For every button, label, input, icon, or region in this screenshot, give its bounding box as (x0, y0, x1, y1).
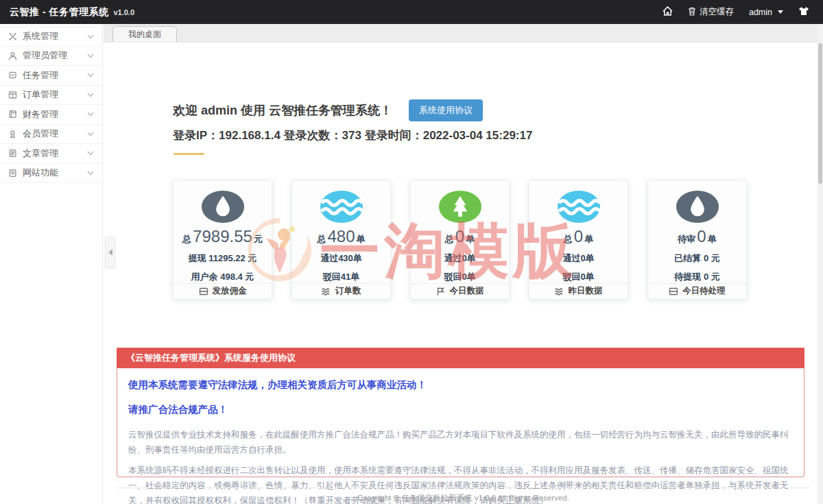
sidebar-item-admin[interactable]: 管理员管理 (0, 47, 102, 67)
article-doc-icon (8, 149, 17, 158)
sidebar-item-label: 会员管理 (23, 128, 58, 140)
sidebar-item-label: 订单管理 (23, 88, 58, 101)
chevron-down-icon (87, 93, 94, 97)
sidebar-item-label: 文章管理 (23, 147, 58, 160)
finance-book-icon (8, 110, 17, 119)
chevron-down-icon (87, 112, 94, 117)
stat-line: 已结算 0 元 (674, 252, 719, 265)
stat-line: 提现 11295.22 元 (189, 252, 257, 265)
footer-divider (117, 488, 809, 488)
tools-icon (8, 32, 17, 41)
stat-total: 总480单 (317, 227, 365, 246)
chevron-down-icon (87, 151, 94, 156)
highlight-underline (174, 153, 204, 155)
username: admin (749, 8, 772, 17)
main-area: 我的桌面 欢迎 admin 使用 云智推任务管理系统！ 系统使用协议 登录IP：… (104, 24, 823, 504)
chevron-down-icon (87, 73, 94, 77)
agreement-box: 使用本系统需要遵守法律法规，办理相关资质后方可从事商业活动！ 请推广合法合规产品… (117, 368, 804, 477)
copyright-text: Copyright © 任务提交版拉新系统 v1.0.0 All Rights … (104, 493, 823, 503)
user-menu[interactable]: admin (749, 8, 783, 17)
stat-line: 通过0单 (444, 252, 475, 265)
scrollbar-thumb[interactable] (818, 43, 822, 184)
sidebar-collapse-handle[interactable] (105, 237, 115, 268)
sidebar-item-finance[interactable]: 财务管理 (0, 105, 102, 125)
shirt-icon (798, 6, 809, 18)
chevron-down-icon (87, 132, 94, 136)
trash-icon (688, 7, 696, 18)
tab-bar: 我的桌面 (104, 24, 823, 43)
task-icon (8, 71, 17, 80)
app-title: 云智推 - 任务管理系统 (10, 6, 108, 19)
calendar-icon (199, 287, 208, 296)
chevron-down-icon (778, 10, 783, 14)
stat-cards: 总7989.55元 提现 11295.22 元 用户余 498.4 元 发放佣金… (173, 180, 747, 300)
card-footer: 昨日数据 (529, 283, 628, 300)
order-grid-icon (8, 91, 17, 99)
login-info: 登录IP：192.168.1.4 登录次数：373 登录时间：2022-03-0… (173, 128, 532, 143)
card-footer: 订单数 (292, 283, 390, 300)
agreement-line: 使用本系统需要遵守法律法规，办理相关资质后方可从事商业活动！ (128, 379, 793, 392)
stat-line: 待提现 0 元 (674, 271, 719, 283)
sidebar-item-label: 财务管理 (23, 108, 58, 121)
chevron-down-icon (87, 34, 94, 39)
stat-line: 通过0单 (562, 252, 594, 265)
theme-button[interactable] (798, 6, 809, 18)
app-version: v1.0.0 (113, 8, 134, 16)
member-badge-icon (8, 130, 17, 139)
stat-card-today: 总0单 通过0单 驳回0单 今日数据 (410, 180, 510, 300)
chevron-down-icon (87, 171, 94, 176)
waves-icon (555, 287, 564, 296)
card-footer: 发放佣金 (174, 283, 272, 300)
tab-my-desktop[interactable]: 我的桌面 (112, 26, 177, 42)
stat-total: 待审0单 (678, 227, 716, 246)
system-agreement-button[interactable]: 系统使用协议 (409, 99, 483, 121)
chevron-left-icon (108, 249, 112, 256)
stat-card-yesterday: 总0单 通过0单 驳回0单 昨日数据 (529, 180, 628, 300)
home-button[interactable] (663, 6, 673, 18)
stat-line: 驳回41单 (323, 271, 359, 283)
sidebar-item-system[interactable]: 系统管理 (0, 27, 102, 47)
stat-line: 通过430单 (320, 252, 362, 265)
water-drop-icon (202, 191, 244, 223)
card-footer: 今日数据 (411, 283, 509, 300)
waves-icon (322, 287, 331, 296)
sidebar-item-label: 管理员管理 (23, 49, 67, 62)
card-footer: 今日待处理 (648, 283, 746, 300)
stat-line: 驳回0单 (444, 271, 475, 283)
sidebar-item-label: 任务管理 (23, 69, 58, 82)
stat-card-pending: 待审0单 已结算 0 元 待提现 0 元 今日待处理 (647, 180, 747, 300)
stat-card-orders: 总480单 通过430单 驳回41单 订单数 (291, 180, 391, 300)
water-drop-icon (676, 191, 719, 223)
sidebar-item-member[interactable]: 会员管理 (0, 125, 102, 145)
sidebar-item-order[interactable]: 订单管理 (0, 86, 102, 106)
sidebar-item-website[interactable]: 网站功能 (0, 164, 102, 184)
stat-line: 驳回0单 (562, 271, 594, 283)
stat-line: 用户余 498.4 元 (191, 271, 254, 283)
clear-cache-label: 清空缓存 (700, 6, 734, 18)
agreement-line: 请推广合法合规产品！ (128, 403, 793, 416)
waves-icon (320, 191, 363, 223)
site-doc-icon (8, 169, 17, 178)
agreement-banner: 《云智推任务管理系统》系统服务使用协议 (117, 348, 804, 368)
home-icon (663, 6, 673, 18)
clear-cache-button[interactable]: 清空缓存 (688, 6, 734, 18)
content-panel: 欢迎 admin 使用 云智推任务管理系统！ 系统使用协议 登录IP：192.1… (104, 43, 823, 504)
calendar-icon (669, 287, 678, 296)
admin-user-icon (8, 51, 17, 60)
stat-card-commission: 总7989.55元 提现 11295.22 元 用户余 498.4 元 发放佣金 (173, 180, 272, 300)
sidebar-item-task[interactable]: 任务管理 (0, 66, 102, 86)
pine-tree-icon (439, 191, 481, 223)
waves-icon (558, 191, 600, 223)
scrollbar-track[interactable] (818, 24, 823, 504)
stat-total: 总7989.55元 (182, 227, 263, 246)
sidebar-item-label: 网站功能 (23, 167, 58, 179)
sidebar: 系统管理 管理员管理 任务管理 订单管理 财务管理 会员管理 (0, 24, 103, 504)
stat-total: 总0单 (564, 227, 593, 246)
stat-total: 总0单 (445, 227, 475, 246)
chevron-down-icon (87, 53, 94, 58)
sidebar-item-article[interactable]: 文章管理 (0, 144, 102, 164)
topbar: 云智推 - 任务管理系统 v1.0.0 清空缓存 admin (0, 0, 823, 24)
agreement-paragraph: 云智推仅提供专业技术支持和服务，在此提醒使用方推广合法合规产品！购买产品乙方对本… (128, 428, 793, 458)
sidebar-item-label: 系统管理 (23, 30, 58, 43)
flag-icon (436, 287, 446, 296)
